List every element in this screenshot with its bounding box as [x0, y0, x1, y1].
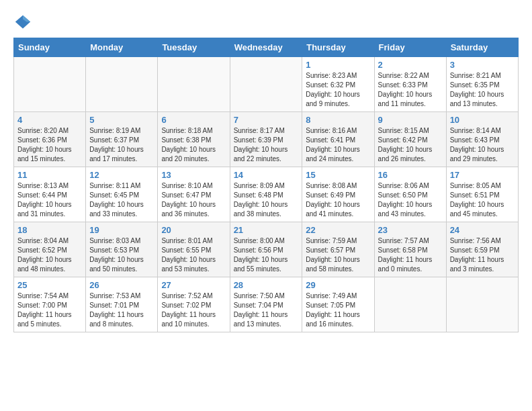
day-number: 29: [306, 280, 370, 290]
calendar-cell: 2Sunrise: 8:22 AM Sunset: 6:33 PM Daylig…: [374, 57, 446, 112]
day-info: Sunrise: 8:17 AM Sunset: 6:39 PM Dayligh…: [234, 126, 299, 164]
day-info: Sunrise: 8:23 AM Sunset: 6:32 PM Dayligh…: [306, 71, 370, 109]
day-info: Sunrise: 8:20 AM Sunset: 6:36 PM Dayligh…: [17, 126, 82, 164]
calendar-cell: [14, 57, 86, 112]
day-info: Sunrise: 8:15 AM Sunset: 6:42 PM Dayligh…: [378, 126, 443, 164]
calendar-header-row: SundayMondayTuesdayWednesdayThursdayFrid…: [14, 38, 519, 57]
day-number: 9: [378, 115, 443, 125]
day-number: 26: [89, 280, 154, 290]
calendar-cell: 9Sunrise: 8:15 AM Sunset: 6:42 PM Daylig…: [374, 112, 446, 167]
day-number: 6: [161, 115, 226, 125]
day-number: 11: [17, 170, 82, 180]
logo-icon: [13, 13, 32, 32]
calendar-header-thursday: Thursday: [302, 38, 374, 57]
day-info: Sunrise: 8:05 AM Sunset: 6:51 PM Dayligh…: [450, 181, 515, 219]
calendar-cell: 21Sunrise: 8:00 AM Sunset: 6:56 PM Dayli…: [230, 222, 302, 277]
day-number: 25: [17, 280, 82, 290]
day-number: 7: [234, 115, 299, 125]
day-number: 5: [89, 115, 154, 125]
day-info: Sunrise: 8:04 AM Sunset: 6:52 PM Dayligh…: [17, 236, 82, 274]
calendar-header-wednesday: Wednesday: [230, 38, 302, 57]
day-info: Sunrise: 7:59 AM Sunset: 6:57 PM Dayligh…: [306, 236, 370, 274]
calendar-cell: 3Sunrise: 8:21 AM Sunset: 6:35 PM Daylig…: [446, 57, 518, 112]
logo: [13, 13, 35, 32]
calendar-cell: 8Sunrise: 8:16 AM Sunset: 6:41 PM Daylig…: [302, 112, 374, 167]
calendar-cell: 11Sunrise: 8:13 AM Sunset: 6:44 PM Dayli…: [14, 167, 86, 222]
day-info: Sunrise: 7:49 AM Sunset: 7:05 PM Dayligh…: [306, 291, 370, 329]
calendar-header-tuesday: Tuesday: [158, 38, 230, 57]
day-number: 10: [450, 115, 515, 125]
calendar-cell: 17Sunrise: 8:05 AM Sunset: 6:51 PM Dayli…: [446, 167, 518, 222]
day-number: 18: [17, 225, 82, 235]
day-number: 22: [306, 225, 370, 235]
calendar-header-saturday: Saturday: [446, 38, 518, 57]
day-number: 8: [306, 115, 370, 125]
day-info: Sunrise: 7:56 AM Sunset: 6:59 PM Dayligh…: [450, 236, 515, 274]
calendar-cell: [230, 57, 302, 112]
calendar-table: SundayMondayTuesdayWednesdayThursdayFrid…: [13, 38, 519, 332]
day-number: 21: [234, 225, 299, 235]
calendar-cell: 10Sunrise: 8:14 AM Sunset: 6:43 PM Dayli…: [446, 112, 518, 167]
day-info: Sunrise: 8:14 AM Sunset: 6:43 PM Dayligh…: [450, 126, 515, 164]
calendar-cell: 1Sunrise: 8:23 AM Sunset: 6:32 PM Daylig…: [302, 57, 374, 112]
calendar-cell: 23Sunrise: 7:57 AM Sunset: 6:58 PM Dayli…: [374, 222, 446, 277]
calendar-cell: 7Sunrise: 8:17 AM Sunset: 6:39 PM Daylig…: [230, 112, 302, 167]
day-info: Sunrise: 8:10 AM Sunset: 6:47 PM Dayligh…: [161, 181, 226, 219]
calendar-cell: 19Sunrise: 8:03 AM Sunset: 6:53 PM Dayli…: [86, 222, 158, 277]
day-number: 23: [378, 225, 443, 235]
calendar-cell: 29Sunrise: 7:49 AM Sunset: 7:05 PM Dayli…: [302, 277, 374, 332]
calendar-cell: 5Sunrise: 8:19 AM Sunset: 6:37 PM Daylig…: [86, 112, 158, 167]
day-info: Sunrise: 8:00 AM Sunset: 6:56 PM Dayligh…: [234, 236, 299, 274]
day-number: 1: [306, 60, 370, 70]
day-info: Sunrise: 7:57 AM Sunset: 6:58 PM Dayligh…: [378, 236, 443, 274]
calendar-cell: 6Sunrise: 8:18 AM Sunset: 6:38 PM Daylig…: [158, 112, 230, 167]
calendar-cell: 20Sunrise: 8:01 AM Sunset: 6:55 PM Dayli…: [158, 222, 230, 277]
calendar-cell: 27Sunrise: 7:52 AM Sunset: 7:02 PM Dayli…: [158, 277, 230, 332]
day-number: 20: [161, 225, 226, 235]
calendar-header-monday: Monday: [86, 38, 158, 57]
day-number: 14: [234, 170, 299, 180]
calendar-cell: 18Sunrise: 8:04 AM Sunset: 6:52 PM Dayli…: [14, 222, 86, 277]
day-info: Sunrise: 8:21 AM Sunset: 6:35 PM Dayligh…: [450, 71, 515, 109]
day-info: Sunrise: 8:01 AM Sunset: 6:55 PM Dayligh…: [161, 236, 226, 274]
day-number: 24: [450, 225, 515, 235]
calendar-week-row: 4Sunrise: 8:20 AM Sunset: 6:36 PM Daylig…: [14, 112, 519, 167]
day-number: 15: [306, 170, 370, 180]
day-number: 16: [378, 170, 443, 180]
calendar-cell: 16Sunrise: 8:06 AM Sunset: 6:50 PM Dayli…: [374, 167, 446, 222]
day-info: Sunrise: 8:09 AM Sunset: 6:48 PM Dayligh…: [234, 181, 299, 219]
day-number: 13: [161, 170, 226, 180]
day-number: 3: [450, 60, 515, 70]
day-number: 17: [450, 170, 515, 180]
calendar-header-friday: Friday: [374, 38, 446, 57]
calendar-cell: 4Sunrise: 8:20 AM Sunset: 6:36 PM Daylig…: [14, 112, 86, 167]
day-info: Sunrise: 8:06 AM Sunset: 6:50 PM Dayligh…: [378, 181, 443, 219]
calendar-cell: [158, 57, 230, 112]
page-header: [13, 13, 519, 32]
day-number: 2: [378, 60, 443, 70]
calendar-cell: 24Sunrise: 7:56 AM Sunset: 6:59 PM Dayli…: [446, 222, 518, 277]
calendar-cell: 14Sunrise: 8:09 AM Sunset: 6:48 PM Dayli…: [230, 167, 302, 222]
calendar-cell: 15Sunrise: 8:08 AM Sunset: 6:49 PM Dayli…: [302, 167, 374, 222]
day-info: Sunrise: 8:19 AM Sunset: 6:37 PM Dayligh…: [89, 126, 154, 164]
day-info: Sunrise: 8:03 AM Sunset: 6:53 PM Dayligh…: [89, 236, 154, 274]
day-number: 12: [89, 170, 154, 180]
calendar-cell: 13Sunrise: 8:10 AM Sunset: 6:47 PM Dayli…: [158, 167, 230, 222]
calendar-header-sunday: Sunday: [14, 38, 86, 57]
day-info: Sunrise: 8:13 AM Sunset: 6:44 PM Dayligh…: [17, 181, 82, 219]
calendar-week-row: 18Sunrise: 8:04 AM Sunset: 6:52 PM Dayli…: [14, 222, 519, 277]
calendar-week-row: 1Sunrise: 8:23 AM Sunset: 6:32 PM Daylig…: [14, 57, 519, 112]
calendar-cell: 22Sunrise: 7:59 AM Sunset: 6:57 PM Dayli…: [302, 222, 374, 277]
calendar-cell: [446, 277, 518, 332]
day-info: Sunrise: 8:18 AM Sunset: 6:38 PM Dayligh…: [161, 126, 226, 164]
day-info: Sunrise: 7:54 AM Sunset: 7:00 PM Dayligh…: [17, 291, 82, 329]
calendar-week-row: 11Sunrise: 8:13 AM Sunset: 6:44 PM Dayli…: [14, 167, 519, 222]
calendar-cell: [374, 277, 446, 332]
day-number: 27: [161, 280, 226, 290]
day-info: Sunrise: 7:52 AM Sunset: 7:02 PM Dayligh…: [161, 291, 226, 329]
calendar-cell: [86, 57, 158, 112]
day-info: Sunrise: 8:16 AM Sunset: 6:41 PM Dayligh…: [306, 126, 370, 164]
day-info: Sunrise: 8:22 AM Sunset: 6:33 PM Dayligh…: [378, 71, 443, 109]
day-number: 4: [17, 115, 82, 125]
calendar-cell: 12Sunrise: 8:11 AM Sunset: 6:45 PM Dayli…: [86, 167, 158, 222]
